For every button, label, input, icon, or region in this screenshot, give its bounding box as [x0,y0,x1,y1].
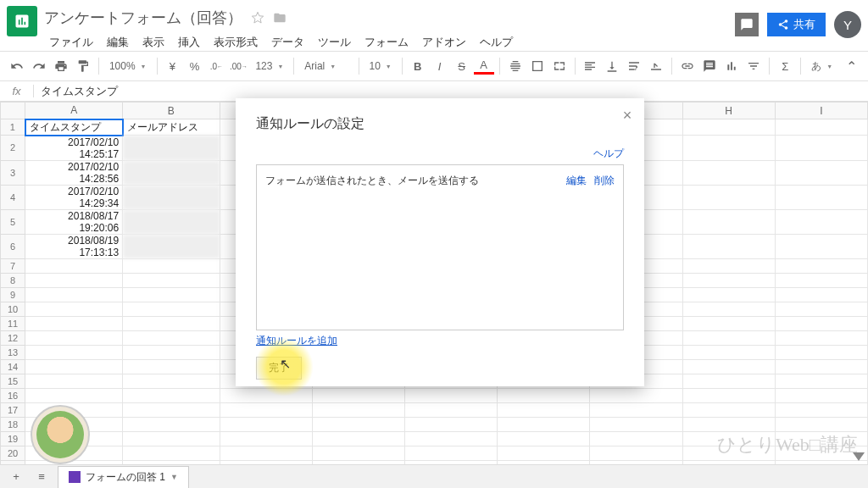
instructor-avatar [31,405,90,464]
number-format-select[interactable]: 123 [250,60,288,72]
scroll-down-icon[interactable] [853,452,865,461]
increase-decimal-button[interactable]: .00→ [228,56,248,76]
form-sheet-icon [69,471,81,483]
share-button[interactable]: 共有 [767,13,826,36]
toolbar: 100% ¥ % .0← .00→ 123 Arial 10 B I S A Σ… [0,51,868,81]
add-rule-link[interactable]: 通知ルールを追加 [256,334,337,348]
done-button[interactable]: 完了 [256,357,302,380]
all-sheets-button[interactable]: ≡ [32,468,51,486]
menu-format[interactable]: 表示形式 [209,33,263,52]
collapse-toolbar-button[interactable]: ⌃ [841,56,861,76]
dialog-close-button[interactable]: × [619,107,636,124]
dialog-help-link[interactable]: ヘルプ [593,147,624,161]
dialog-title: 通知ルールの設定 [256,115,624,133]
menu-file[interactable]: ファイル [44,33,98,52]
redo-button[interactable] [29,56,49,76]
formula-input[interactable]: タイムスタンプ [34,84,118,99]
doc-title[interactable]: アンケートフォーム（回答） [44,8,242,28]
sheet-tabs-bar: + ≡ フォームの回答 1 ▼ [0,464,868,488]
formula-label: fx [0,85,34,97]
menu-form[interactable]: フォーム [359,33,414,52]
menu-edit[interactable]: 編集 [102,33,134,52]
rule-delete-link[interactable]: 削除 [594,175,615,186]
paint-format-button[interactable] [73,56,93,76]
comments-button[interactable] [735,13,759,36]
print-button[interactable] [51,56,71,76]
account-avatar[interactable]: Y [834,11,861,38]
menu-addons[interactable]: アドオン [417,33,471,52]
zoom-select[interactable]: 100% [104,60,152,72]
rule-edit-link[interactable]: 編集 [566,175,587,186]
undo-button[interactable] [7,56,27,76]
borders-button[interactable] [527,56,548,76]
comment-button[interactable] [699,56,720,76]
filter-button[interactable] [743,56,764,76]
currency-button[interactable]: ¥ [162,56,182,76]
notification-rule-row: フォームが送信されたとき、メールを送信する 編集 削除 [265,174,615,188]
strikethrough-button[interactable]: S [452,56,472,76]
functions-button[interactable]: Σ [775,56,795,76]
rule-text: フォームが送信されたとき、メールを送信する [265,174,479,188]
notification-rules-dialog: × 通知ルールの設定 ヘルプ フォームが送信されたとき、メールを送信する 編集 … [236,98,644,386]
folder-icon[interactable] [273,11,287,25]
fill-color-button[interactable] [505,56,526,76]
text-color-button[interactable]: A [474,58,494,75]
font-select[interactable]: Arial [299,60,353,72]
h-align-button[interactable] [580,56,600,76]
rotate-button[interactable] [646,56,666,76]
v-align-button[interactable] [602,56,622,76]
merge-button[interactable] [549,56,570,76]
bold-button[interactable]: B [408,56,428,76]
sheet-tab[interactable]: フォームの回答 1 ▼ [58,466,189,488]
wrap-button[interactable] [624,56,644,76]
menu-bar: ファイル 編集 表示 挿入 表示形式 データ ツール フォーム アドオン ヘルプ [44,33,735,52]
decrease-decimal-button[interactable]: .0← [206,56,226,76]
italic-button[interactable]: I [430,56,450,76]
add-sheet-button[interactable]: + [7,468,25,486]
input-language-button[interactable]: あ [806,59,837,74]
font-size-select[interactable]: 10 [364,60,396,72]
link-button[interactable] [677,56,698,76]
menu-tools[interactable]: ツール [313,33,356,52]
menu-data[interactable]: データ [266,33,309,52]
watermark-text: ひとりWeb□講座 [717,432,858,458]
menu-help[interactable]: ヘルプ [475,33,518,52]
percent-button[interactable]: % [184,56,204,76]
menu-insert[interactable]: 挿入 [173,33,205,52]
chart-button[interactable] [721,56,742,76]
star-icon[interactable] [251,11,264,25]
sheets-logo[interactable] [7,6,37,36]
menu-view[interactable]: 表示 [137,33,170,52]
rules-list-box: フォームが送信されたとき、メールを送信する 編集 削除 [256,164,624,330]
sheet-tab-label: フォームの回答 1 [86,470,165,485]
